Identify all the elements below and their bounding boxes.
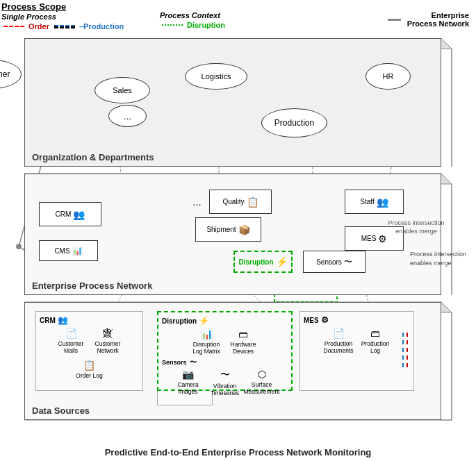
process-context-label: Process Context [160, 11, 225, 19]
ds-sensors-item-surface: ⬡ Surface Measurement [246, 369, 277, 396]
process-scope-title: Process Scope [1, 1, 66, 12]
sensors-node: Sensors 〜 [303, 251, 366, 273]
cms-node: CMS 📊 [39, 240, 98, 261]
ds-disruption-item-hardware: 🗃 Hardware Devices [228, 328, 259, 355]
ds-crm-item-network: 🕸 Customer Network [92, 328, 124, 354]
main-container: Process Scope Single Process Order –Prod… [0, 0, 476, 461]
staff-label: Staff [360, 198, 374, 206]
production-label: Production [274, 118, 314, 128]
ds-crm-title: CRM 👥 [40, 315, 139, 325]
order-label: Order [28, 22, 49, 31]
org-label: Organization & Departments [32, 152, 154, 162]
epn-legend-label: Enterprise Process Network [406, 11, 469, 28]
cms-label: CMS [54, 247, 69, 255]
epn-box: CRM 👥 CMS 📊 ... Quality 📋 Shipment 📦 [24, 174, 441, 295]
mes-red-dash [407, 333, 408, 367]
hr-oval: HR [366, 63, 411, 90]
intersection-text: Process intersection enables merge [410, 250, 469, 267]
epn-line-icon [388, 19, 401, 21]
mes-blue-dash [402, 333, 404, 367]
order-line-icon [3, 26, 24, 27]
ds-label: Data Sources [32, 405, 90, 416]
ds-mes-section: MES ⚙ 📄 Production Documents 🗃 Productio… [299, 311, 414, 391]
disruption-label: Disruption [239, 258, 274, 266]
sales-label: Sales [113, 86, 132, 94]
legend-area: Single Process Order –Production [1, 11, 124, 31]
ds-box: CRM 👥 📄 Customer Mails 🕸 Customer Networ… [24, 302, 441, 420]
epn-box-label: Enterprise Process Network [32, 280, 152, 291]
ds-sensors-item-camera: 📷 Camera Images [172, 369, 204, 396]
ds-sensors-subtitle: Sensors 〜 [162, 358, 288, 367]
ds-mes-title: MES ⚙ [304, 315, 410, 325]
single-process-label: Single Process [1, 12, 56, 21]
epn-dots-label: ... [192, 196, 202, 208]
customer-label: Customer [0, 69, 10, 79]
shipment-node: Shipment 📦 [195, 217, 261, 242]
crm-label: CRM [56, 210, 72, 218]
mes-label: MES [361, 235, 377, 242]
production-label: –Production [79, 22, 124, 31]
production-dash-icon [54, 25, 75, 28]
ellipsis-label: ... [124, 111, 131, 121]
hr-label: HR [383, 72, 394, 81]
ds-disruption-item-matrix: 📊 Disruption Log Matrix [191, 328, 222, 355]
disruption-box: Disruption ⚡ [233, 251, 293, 273]
diagram-area: Customer Sales ... Logistics HR Producti… [3, 38, 469, 448]
ds-crm-item-order: 📋 Order Log [74, 360, 105, 379]
ds-crm-item-mails: 📄 Customer Mails [56, 328, 87, 354]
disruption-legend-label: Disruption [187, 21, 225, 29]
ds-disruption-section: Disruption ⚡ 📊 Disruption Log Matrix 🗃 H… [157, 311, 293, 391]
staff-node: Staff 👥 [345, 190, 404, 214]
intersection-label: Process intersection enables merge [385, 219, 448, 235]
epn-legend-area: Enterprise Process Network [386, 11, 469, 28]
ds-mes-item-prod-docs: 📄 Production Documents [323, 328, 354, 354]
logistics-label: Logistics [202, 72, 231, 81]
customer-oval: Customer [0, 60, 22, 89]
ds-crm-section: CRM 👥 📄 Customer Mails 🕸 Customer Networ… [35, 311, 143, 391]
logistics-oval: Logistics [185, 63, 247, 90]
ellipsis-oval: ... [108, 105, 147, 127]
org-box: Customer Sales ... Logistics HR Producti… [24, 38, 441, 167]
production-oval: Production [261, 108, 327, 137]
ds-mes-item-prod-log: 🗃 Production Log [360, 328, 391, 354]
process-context-area: Process Context Disruption [160, 11, 225, 29]
svg-point-8 [16, 244, 22, 249]
bottom-title: Predictive End-to-End Enterprise Process… [0, 447, 476, 458]
quality-label: Quality [222, 198, 244, 206]
disruption-line-icon [162, 24, 183, 26]
ds-sensors-item-vibration: 〜 Vibration Timeseries [209, 369, 240, 396]
sensors-label: Sensors [316, 258, 342, 266]
shipment-label: Shipment [206, 226, 236, 233]
ds-disruption-title: Disruption ⚡ [162, 316, 288, 326]
crm-node: CRM 👥 [39, 202, 101, 226]
epn-dots-node: ... [185, 192, 209, 211]
quality-node: Quality 📋 [209, 190, 272, 214]
sales-oval: Sales [95, 77, 150, 103]
